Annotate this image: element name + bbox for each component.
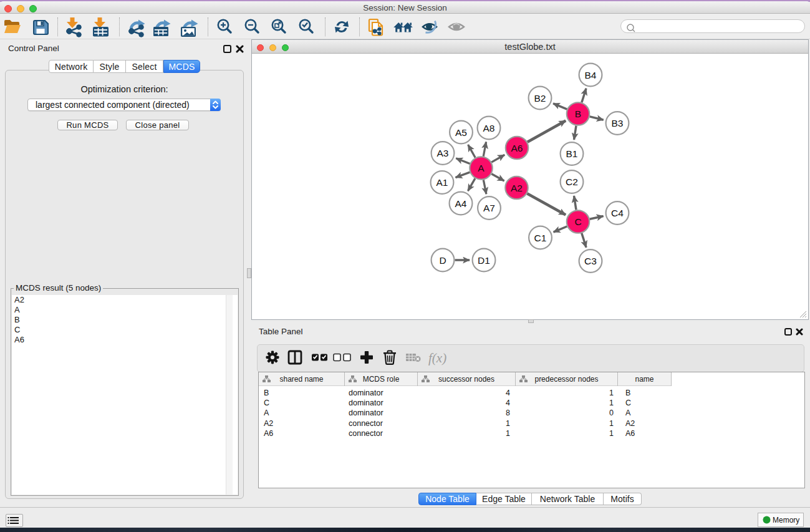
svg-text:B4: B4: [585, 70, 597, 80]
svg-text:A: A: [478, 163, 485, 173]
svg-text:A8: A8: [483, 123, 495, 133]
svg-text:C1: C1: [534, 233, 547, 243]
svg-text:B: B: [575, 109, 581, 119]
svg-text:C3: C3: [584, 256, 597, 266]
svg-text:A7: A7: [483, 203, 495, 213]
svg-text:B2: B2: [534, 93, 546, 104]
svg-text:A4: A4: [455, 198, 467, 209]
svg-text:A2: A2: [511, 183, 523, 193]
svg-text:D: D: [439, 255, 446, 266]
svg-text:C2: C2: [566, 177, 578, 187]
svg-text:C4: C4: [611, 208, 624, 218]
svg-text:A3: A3: [437, 148, 449, 158]
svg-text:B1: B1: [566, 148, 578, 159]
svg-text:A1: A1: [436, 177, 448, 188]
svg-text:A6: A6: [511, 143, 523, 153]
svg-text:C: C: [574, 216, 581, 227]
svg-text:f(x): f(x): [428, 351, 446, 365]
svg-text:D1: D1: [478, 255, 490, 266]
svg-text:A5: A5: [455, 127, 467, 138]
svg-text:B3: B3: [612, 118, 624, 128]
